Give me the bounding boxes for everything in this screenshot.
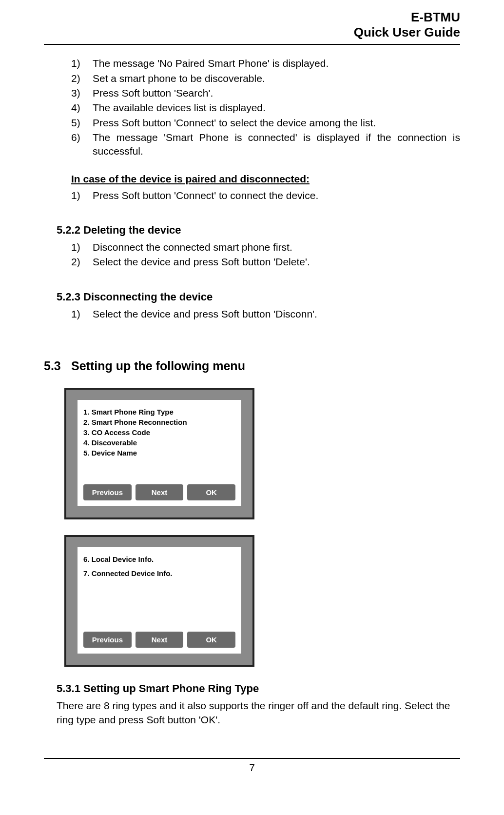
page-number: 7 <box>44 762 460 774</box>
list-item: 5)Press Soft button 'Connect' to select … <box>71 116 460 130</box>
menu-item: 4. Discoverable <box>83 437 235 448</box>
header-rule <box>44 44 460 45</box>
menu-list: 1. Smart Phone Ring Type 2. Smart Phone … <box>83 407 235 458</box>
list-item: 3)Press Soft button 'Search'. <box>71 86 460 100</box>
list-disconnect-steps: 1)Select the device and press Soft butto… <box>44 307 460 321</box>
footer-rule <box>44 758 460 759</box>
soft-button-row: Previous Next OK <box>83 484 235 500</box>
ok-button[interactable]: OK <box>187 632 235 648</box>
list-connect-step: 1)Press Soft button 'Connect' to connect… <box>44 189 460 202</box>
list-item: 2)Select the device and press Soft butto… <box>71 255 460 269</box>
header-line-1: E-BTMU <box>44 10 460 25</box>
list-pairing-steps: 1)The message 'No Paired Smart Phone' is… <box>44 57 460 158</box>
paragraph-ring-type: There are 8 ring types and it also suppo… <box>44 699 460 727</box>
heading-title: Setting up the following menu <box>71 359 245 373</box>
next-button[interactable]: Next <box>136 484 184 500</box>
subheading-paired-disconnected: In case of the device is paired and disc… <box>44 173 310 185</box>
next-button[interactable]: Next <box>136 632 184 648</box>
list-item: 4)The available devices list is displaye… <box>71 101 460 115</box>
heading-setting-up-menu: 5.3 Setting up the following menu <box>44 359 460 373</box>
list-item: 2)Set a smart phone to be discoverable. <box>71 72 460 85</box>
page-header: E-BTMU Quick User Guide <box>44 10 460 40</box>
heading-disconnecting-device: 5.2.3 Disconnecting the device <box>44 291 460 303</box>
list-delete-steps: 1)Disconnect the connected smart phone f… <box>44 240 460 269</box>
list-item: 6)The message 'Smart Phone is connected'… <box>71 131 460 159</box>
heading-ring-type: 5.3.1 Setting up Smart Phone Ring Type <box>44 682 460 695</box>
soft-button-row: Previous Next OK <box>83 632 235 648</box>
previous-button[interactable]: Previous <box>83 484 132 500</box>
ok-button[interactable]: OK <box>187 484 235 500</box>
menu-item: 7. Connected Device Info. <box>83 568 235 578</box>
screen-inner: 6. Local Device Info. 7. Connected Devic… <box>77 547 242 654</box>
menu-item: 2. Smart Phone Reconnection <box>83 417 235 427</box>
device-screen-1: 1. Smart Phone Ring Type 2. Smart Phone … <box>64 388 254 519</box>
header-line-2: Quick User Guide <box>44 25 460 40</box>
menu-item: 5. Device Name <box>83 448 235 458</box>
menu-list: 6. Local Device Info. 7. Connected Devic… <box>83 554 235 578</box>
menu-item: 1. Smart Phone Ring Type <box>83 407 235 417</box>
list-item: 1)Disconnect the connected smart phone f… <box>71 240 460 254</box>
list-item: 1)Select the device and press Soft butto… <box>71 307 460 321</box>
list-item: 1)The message 'No Paired Smart Phone' is… <box>71 57 460 70</box>
device-screen-2: 6. Local Device Info. 7. Connected Devic… <box>64 535 254 667</box>
list-item: 1)Press Soft button 'Connect' to connect… <box>71 189 460 202</box>
screen-inner: 1. Smart Phone Ring Type 2. Smart Phone … <box>77 399 242 507</box>
previous-button[interactable]: Previous <box>83 632 132 648</box>
heading-deleting-device: 5.2.2 Deleting the device <box>44 224 460 237</box>
menu-item: 3. CO Access Code <box>83 427 235 437</box>
menu-item: 6. Local Device Info. <box>83 554 235 564</box>
heading-number: 5.3 <box>44 359 71 373</box>
